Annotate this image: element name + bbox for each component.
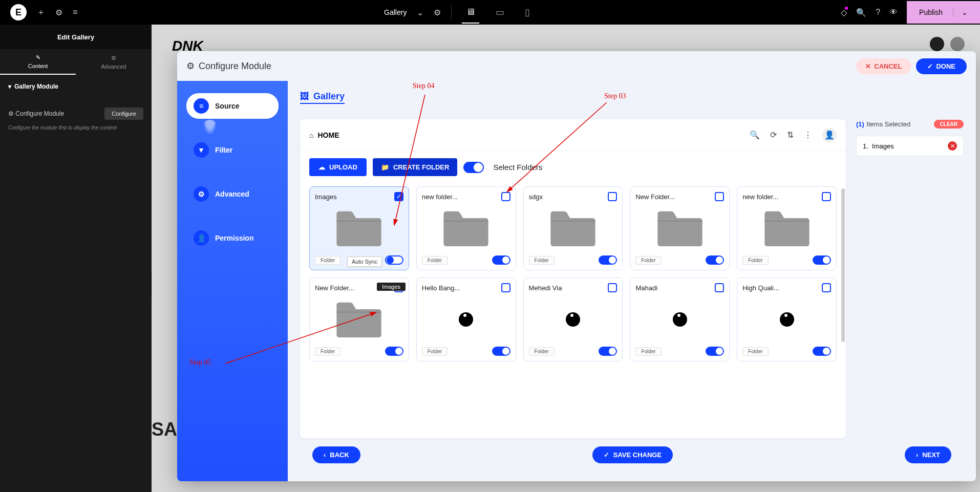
sort-icon[interactable]: ⇅ <box>787 130 794 140</box>
folder-icon <box>529 205 617 251</box>
page-name[interactable]: Gallery <box>384 8 407 16</box>
layers-icon[interactable]: ≡ <box>73 8 77 17</box>
folder-card-footer: Folder <box>529 255 617 265</box>
autosync-toggle[interactable] <box>492 347 510 356</box>
folder-checkbox[interactable] <box>822 283 831 292</box>
folder-checkbox[interactable] <box>822 192 831 201</box>
selection-header: (1) Items Selected CLEAR <box>856 119 964 129</box>
section-title: Gallery Module <box>14 83 58 90</box>
folder-icon <box>422 205 510 251</box>
folder-type-badge: Folder <box>742 256 768 265</box>
section-gallery-module[interactable]: ▾Gallery Module <box>0 75 152 98</box>
folder-card[interactable]: New Folder...Folder <box>630 186 730 270</box>
modal-title: ⚙ Configure Module <box>186 60 271 72</box>
refresh-icon[interactable]: ⟳ <box>770 130 777 140</box>
preview-icon[interactable]: 👁 <box>889 8 898 17</box>
folder-card[interactable]: Hello Bang...Folder <box>416 277 516 361</box>
autosync-toggle[interactable] <box>385 347 403 356</box>
folder-checkbox[interactable] <box>608 283 617 292</box>
clear-selection-button[interactable]: CLEAR <box>934 120 964 129</box>
breadcrumb-home[interactable]: ⌂ HOME <box>309 131 339 139</box>
next-button[interactable]: ›NEXT <box>905 446 951 463</box>
remove-selection-button[interactable]: ✕ <box>948 141 957 151</box>
done-button[interactable]: ✓DONE <box>916 58 967 74</box>
folder-checkbox[interactable] <box>501 283 510 292</box>
folder-type-badge: Folder <box>529 256 555 265</box>
folder-checkbox[interactable] <box>715 283 724 292</box>
autosync-toggle[interactable] <box>492 255 510 265</box>
folder-card-header: new folder... <box>422 192 510 201</box>
upload-button[interactable]: ☁UPLOAD <box>309 158 367 176</box>
folder-icon <box>422 296 510 343</box>
back-button[interactable]: ‹BACK <box>312 446 360 463</box>
desktop-icon[interactable]: 🖥 <box>462 2 479 24</box>
folder-card-footer: Folder <box>635 347 724 356</box>
home-icon: ⌂ <box>309 131 313 139</box>
folder-card[interactable]: new folder...Folder <box>416 186 516 270</box>
select-folders-toggle[interactable] <box>463 162 484 173</box>
topbar-right: ◇ 🔍 ? 👁 Publish ⌄ <box>841 1 980 24</box>
user-icon: 👤 <box>194 230 209 246</box>
folder-checkbox[interactable] <box>501 192 510 201</box>
folder-checkbox[interactable]: ✓ <box>394 192 403 201</box>
device-switcher: 🖥 ▭ ▯ <box>462 2 534 24</box>
autosync-toggle[interactable] <box>385 255 403 265</box>
main-tab-gallery[interactable]: 🖼 Gallery <box>300 91 345 104</box>
folder-card[interactable]: High Quali...Folder <box>737 277 837 361</box>
more-icon[interactable]: ⋮ <box>804 130 812 140</box>
tab-content[interactable]: ✎ Content <box>0 49 76 75</box>
avatar[interactable]: 👤 <box>822 128 837 142</box>
check-icon: ✓ <box>927 62 933 70</box>
help-icon[interactable]: ? <box>876 8 880 17</box>
notifications-icon[interactable]: ◇ <box>841 8 847 17</box>
autosync-toggle[interactable] <box>813 255 831 265</box>
folder-card-footer: Folder <box>742 255 831 265</box>
row-label: ⚙ Configure Module <box>8 110 64 117</box>
folder-card[interactable]: Mehedi ViaFolder <box>523 277 623 361</box>
browser-header: ⌂ HOME 🔍 ⟳ ⇅ ⋮ 👤 <box>300 119 846 151</box>
mobile-icon[interactable]: ▯ <box>521 2 534 24</box>
folder-name: Mahadi <box>635 284 657 292</box>
folder-name: Mehedi Via <box>529 284 562 292</box>
add-icon[interactable]: ＋ <box>37 7 45 18</box>
folder-card-footer: Folder <box>422 255 510 265</box>
sidebar-item-source[interactable]: ≡ Source <box>186 93 279 119</box>
search-icon[interactable]: 🔍 <box>856 8 866 17</box>
search-icon[interactable]: 🔍 <box>750 130 760 140</box>
elementor-logo[interactable]: E <box>10 4 27 20</box>
create-folder-button[interactable]: 📁CREATE FOLDER <box>373 158 458 176</box>
autosync-toggle[interactable] <box>706 347 724 356</box>
sidebar-item-permission[interactable]: 👤 Permission <box>186 225 279 251</box>
folder-type-badge: Folder <box>529 347 555 356</box>
chevron-right-icon: › <box>916 451 918 459</box>
configure-module-row: ⚙ Configure Module Configure <box>0 98 152 123</box>
folder-checkbox[interactable] <box>715 192 724 201</box>
autosync-toggle[interactable] <box>599 255 617 265</box>
hint-text: Configure the module first to display th… <box>0 123 152 133</box>
chevron-down-icon[interactable]: ⌄ <box>417 8 423 17</box>
folder-checkbox[interactable] <box>608 192 617 201</box>
tablet-icon[interactable]: ▭ <box>492 2 508 24</box>
chevron-down-icon[interactable]: ⌄ <box>953 8 968 16</box>
settings-icon[interactable]: ⚙ <box>55 8 62 17</box>
folder-card[interactable]: new folder...Folder <box>737 186 837 270</box>
publish-button[interactable]: Publish ⌄ <box>907 1 980 24</box>
folder-card[interactable]: MahadiFolder <box>630 277 730 361</box>
save-change-button[interactable]: ✓SAVE CHANGE <box>592 446 673 463</box>
gear-icon[interactable]: ⚙ <box>434 8 441 17</box>
sidebar-item-filter[interactable]: ▼ Filter <box>186 137 279 163</box>
autosync-toggle[interactable] <box>599 347 617 356</box>
cancel-button[interactable]: ✕CANCEL <box>856 58 911 74</box>
folder-card[interactable]: sdgxFolder <box>523 186 623 270</box>
folder-grid: Images✓Foldernew folder...FoldersdgxFold… <box>309 186 837 361</box>
sidebar-item-label: Filter <box>215 146 232 154</box>
sidebar-item-advanced[interactable]: ⚙ Advanced <box>186 181 279 207</box>
tab-advanced[interactable]: ⚙ Advanced <box>76 49 152 75</box>
folder-name: new folder... <box>742 193 778 201</box>
autosync-toggle[interactable] <box>813 347 831 356</box>
configure-button[interactable]: Configure <box>104 108 143 120</box>
folder-grid-container[interactable]: Images✓Foldernew folder...FoldersdgxFold… <box>300 183 846 438</box>
autosync-toggle[interactable] <box>706 255 724 265</box>
sidebar-item-label: Advanced <box>215 190 249 198</box>
scrollbar[interactable] <box>841 188 845 342</box>
